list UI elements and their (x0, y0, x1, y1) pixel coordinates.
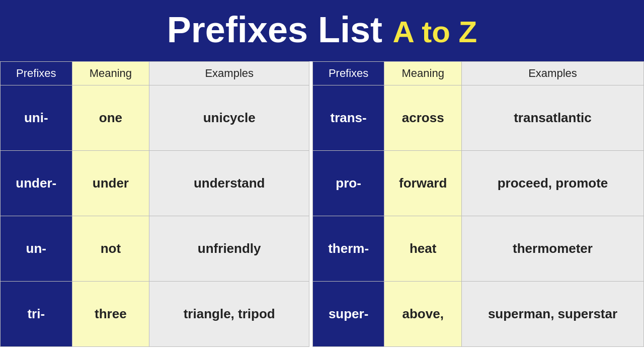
divider (309, 62, 313, 85)
col-header-prefix-left: Prefixes (1, 62, 72, 85)
meaning-right-0: across (384, 85, 462, 151)
examples-left-0: unicycle (149, 85, 309, 151)
prefix-left-3: tri- (1, 282, 72, 347)
prefix-right-0: trans- (312, 85, 384, 151)
examples-left-3: triangle, tripod (149, 282, 309, 347)
header-title: Prefixes List (167, 10, 382, 50)
table-row: un- not unfriendly therm- heat thermomet… (1, 216, 644, 282)
col-header-prefix-right: Prefixes (312, 62, 384, 85)
prefixes-table: Prefixes Meaning Examples Prefixes Meani… (0, 61, 644, 347)
table-header-row: Prefixes Meaning Examples Prefixes Meani… (1, 62, 644, 85)
col-header-examples-left: Examples (149, 62, 309, 85)
divider-row-1 (309, 151, 313, 216)
table-row: tri- three triangle, tripod super- above… (1, 282, 644, 347)
prefix-right-3: super- (312, 282, 384, 347)
examples-right-2: thermometer (461, 216, 643, 282)
col-header-examples-right: Examples (461, 62, 643, 85)
page-header: Prefixes List A to Z (0, 0, 644, 61)
meaning-right-2: heat (384, 216, 462, 282)
prefix-left-2: un- (1, 216, 72, 282)
col-header-meaning-left: Meaning (72, 62, 149, 85)
header-subtitle: A to Z (392, 15, 477, 49)
col-header-meaning-right: Meaning (384, 62, 462, 85)
table-row: uni- one unicycle trans- across transatl… (1, 85, 644, 151)
meaning-left-3: three (72, 282, 149, 347)
meaning-right-1: forward (384, 151, 462, 216)
meaning-right-3: above, (384, 282, 462, 347)
divider-row-0 (309, 85, 313, 151)
prefix-right-1: pro- (312, 151, 384, 216)
table-row: under- under understand pro- forward pro… (1, 151, 644, 216)
examples-right-1: proceed, promote (461, 151, 643, 216)
meaning-left-0: one (72, 85, 149, 151)
examples-left-1: understand (149, 151, 309, 216)
table-body: uni- one unicycle trans- across transatl… (1, 85, 644, 347)
examples-right-0: transatlantic (461, 85, 643, 151)
meaning-left-2: not (72, 216, 149, 282)
table-wrapper: Prefixes Meaning Examples Prefixes Meani… (0, 61, 644, 347)
prefix-left-0: uni- (1, 85, 72, 151)
prefix-right-2: therm- (312, 216, 384, 282)
examples-right-3: superman, superstar (461, 282, 643, 347)
divider-row-3 (309, 282, 313, 347)
examples-left-2: unfriendly (149, 216, 309, 282)
prefix-left-1: under- (1, 151, 72, 216)
divider-row-2 (309, 216, 313, 282)
meaning-left-1: under (72, 151, 149, 216)
